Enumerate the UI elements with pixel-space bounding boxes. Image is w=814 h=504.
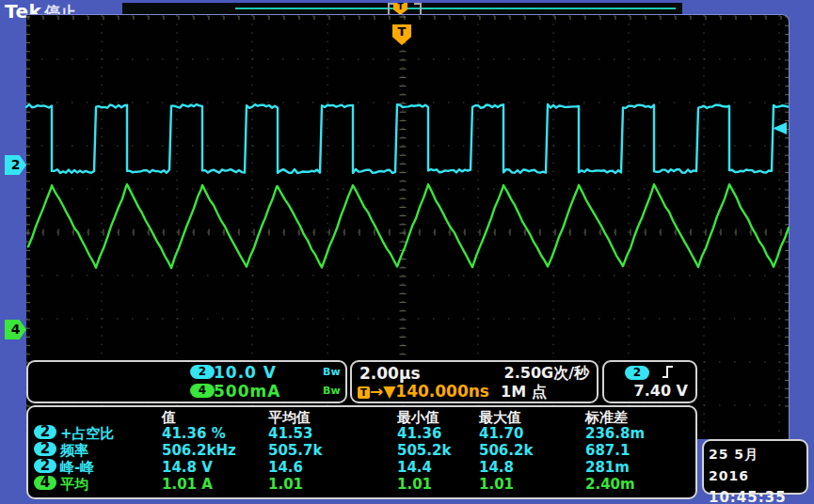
measurement-label: +占空比: [60, 425, 115, 443]
date-label: 25 5月 2016: [709, 444, 802, 487]
ch4-scale: 500mA: [214, 382, 280, 401]
ch4-badge: 4: [190, 384, 215, 398]
sample-rate: 2.50G次/秒: [504, 364, 589, 384]
ch2-ground-marker: 2: [5, 155, 26, 175]
rising-edge-icon: [661, 364, 676, 380]
channel-readout-box: 2 10.0 V Bw 4 500mA Bw: [26, 360, 347, 403]
timebase-scale: 2.00μs: [359, 364, 421, 383]
oscilloscope-screen: Tek 停止 T T 2 4 2 10.0 V Bw 4 500mA Bw 2.…: [0, 0, 814, 504]
value-cell: 41.36 %: [162, 425, 226, 442]
ch2-bandwidth-icon: Bw: [323, 366, 341, 378]
ch4-badge: 4: [34, 476, 56, 490]
value-cell: 14.8 V: [162, 459, 213, 476]
measurement-label: 平均: [60, 476, 88, 494]
delay-value: →▼140.000ns: [370, 382, 489, 401]
mean-cell: 505.7k: [268, 442, 322, 459]
trigger-source-badge: 2: [625, 366, 649, 380]
min-cell: 14.4: [397, 459, 432, 476]
trigger-t-chip-icon: T: [358, 386, 370, 399]
mean-cell: 41.53: [268, 425, 312, 442]
trigger-delay: T→▼140.000ns: [358, 382, 489, 401]
mean-cell: 14.6: [268, 459, 303, 476]
record-waveform-line: [235, 8, 676, 9]
mean-cell: 1.01: [268, 476, 303, 493]
max-cell: 41.70: [479, 425, 523, 442]
ch2-badge: 2: [34, 425, 56, 439]
value-cell: 1.01 A: [162, 476, 213, 493]
trigger-level: 7.40 V: [634, 382, 688, 400]
min-cell: 41.36: [397, 425, 441, 442]
ch2-scale: 10.0 V: [214, 363, 277, 382]
datetime-box: 25 5月 2016 10:45:35: [702, 439, 808, 495]
min-cell: 1.01: [397, 476, 432, 493]
min-cell: 505.2k: [397, 442, 451, 459]
measurement-label: 峰-峰: [60, 459, 94, 477]
stddev-cell: 236.8m: [585, 425, 645, 442]
max-cell: 14.8: [479, 459, 514, 476]
trigger-readout-box: 2 7.40 V: [602, 360, 697, 403]
ch2-badge: 2: [190, 365, 215, 379]
max-cell: 506.2k: [479, 442, 533, 459]
horizontal-readout-box: 2.00μs 2.50G次/秒 T→▼140.000ns 1M 点: [350, 360, 599, 403]
measurement-table: 值 平均值 最小值 最大值 标准差 2 +占空比 41.36 % 41.53 4…: [26, 405, 697, 499]
stddev-cell: 281m: [585, 459, 630, 476]
ch2-badge: 2: [34, 459, 56, 473]
max-cell: 1.01: [479, 476, 514, 493]
stddev-cell: 687.1: [585, 442, 630, 459]
record-length: 1M 点: [501, 383, 547, 402]
ch4-bandwidth-icon: Bw: [323, 385, 341, 397]
ch4-ground-marker: 4: [5, 320, 26, 339]
value-cell: 506.2kHz: [162, 442, 236, 459]
measurement-label: 频率: [60, 442, 88, 460]
time-label: 10:45:35: [709, 487, 802, 504]
stddev-cell: 2.40m: [585, 476, 635, 493]
ch2-badge: 2: [34, 442, 56, 456]
